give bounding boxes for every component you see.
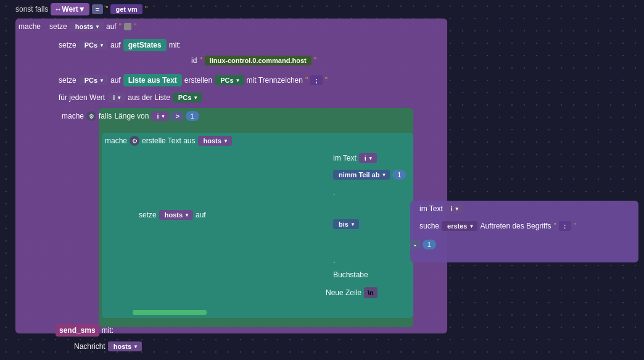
num-1c: 1 bbox=[423, 240, 436, 249]
dropdown-hosts3[interactable]: hosts bbox=[159, 210, 193, 220]
label-laenge-von: Länge von bbox=[114, 112, 149, 120]
row-dot2: . bbox=[333, 256, 335, 265]
label-suche: suche bbox=[419, 222, 439, 230]
row-sonst-falls: sonst falls ↔ Wert ▼ = " get vm " bbox=[15, 3, 147, 15]
row-send-sms: send_sms mit: bbox=[56, 324, 114, 337]
num-1a: 1 bbox=[186, 111, 199, 121]
label-auf4: auf bbox=[196, 211, 206, 219]
block-newline: \n bbox=[364, 287, 378, 298]
quote-close1: " bbox=[145, 5, 147, 14]
row-mache-setze: mache setze hosts auf " " bbox=[19, 22, 136, 31]
label-nachricht: Nachricht bbox=[74, 342, 105, 351]
label-buchstabe: Buchstabe bbox=[333, 270, 368, 279]
connector-bar bbox=[133, 310, 207, 315]
row-mache-falls: mache ⚙ falls Länge von i > 1 bbox=[62, 111, 199, 121]
label-mit-trennzeichen: mit Trennzeichen bbox=[247, 76, 303, 85]
label-dot2: . bbox=[333, 256, 335, 265]
string-semicolon: ; bbox=[310, 75, 323, 85]
num-1b: 1 bbox=[392, 170, 406, 180]
op-equals: = bbox=[92, 4, 103, 14]
label-mit1: mit: bbox=[169, 41, 181, 49]
row-nimm-teil: nimm Teil ab 1 bbox=[333, 170, 406, 180]
row-im-text1: im Text i bbox=[333, 153, 377, 163]
row-erstelle-text: mache ⚙ erstelle Text aus hosts bbox=[105, 136, 232, 146]
func-getstates[interactable]: getStates bbox=[123, 39, 167, 51]
label-mache1: mache bbox=[19, 22, 41, 31]
label-fuer-jeden: für jeden Wert bbox=[59, 93, 105, 102]
row-suche: suche erstes Auftreten des Begriffs " : … bbox=[419, 221, 576, 231]
row-dot1: . bbox=[333, 188, 335, 197]
label-auf3: auf bbox=[110, 76, 121, 85]
dropdown-pcs1[interactable]: PCs bbox=[79, 40, 108, 50]
row-im-text2: im Text i bbox=[419, 204, 463, 214]
func-send-sms[interactable]: send_sms bbox=[56, 324, 99, 337]
row-neue-zeile: Neue Zeile \n bbox=[326, 287, 378, 298]
dropdown-pcs3[interactable]: PCs bbox=[215, 75, 244, 85]
label-id: id bbox=[191, 56, 197, 65]
row-liste-aus-text: setze PCs auf Liste aus Text erstellen P… bbox=[59, 74, 328, 86]
dropdown-i3[interactable]: i bbox=[359, 153, 377, 163]
op-minus: - bbox=[410, 240, 420, 249]
label-mache2: mache bbox=[62, 112, 84, 120]
dropdown-hosts1[interactable]: hosts bbox=[70, 22, 104, 31]
block-pfeil-wert[interactable]: ↔ Wert ▼ bbox=[51, 3, 89, 15]
dropdown-hosts2[interactable]: hosts bbox=[198, 136, 232, 146]
dropdown-pcs4[interactable]: PCs bbox=[173, 93, 202, 103]
label-sonst-falls: sonst falls bbox=[15, 5, 48, 14]
label-auf1: auf bbox=[106, 22, 117, 31]
label-neue-zeile: Neue Zeile bbox=[326, 288, 361, 297]
row-nachricht: Nachricht hosts bbox=[74, 341, 142, 351]
icon-square bbox=[124, 23, 131, 30]
quote-open1: " bbox=[105, 5, 108, 14]
row-id: id " linux-control.0.command.host " bbox=[191, 56, 316, 65]
func-liste-aus-text[interactable]: Liste aus Text bbox=[123, 74, 182, 86]
row-getstates: setze PCs auf getStates mit: bbox=[59, 39, 181, 51]
label-erstelle-text-aus: erstelle Text aus bbox=[142, 136, 196, 145]
row-fuer-jeden: für jeden Wert i aus der Liste PCs bbox=[59, 93, 202, 103]
label-mache3: mache bbox=[105, 136, 127, 145]
label-dot1: . bbox=[333, 188, 335, 197]
string-colon: : bbox=[559, 221, 571, 231]
dropdown-i1[interactable]: i bbox=[107, 93, 125, 103]
row-minus-1: - 1 bbox=[410, 240, 436, 249]
dropdown-bis[interactable]: bis bbox=[333, 219, 359, 229]
string-get-vm: get vm bbox=[110, 4, 142, 14]
label-auftreten: Auftreten des Begriffs bbox=[480, 222, 551, 230]
label-falls: falls bbox=[99, 112, 112, 120]
dropdown-i2[interactable]: i bbox=[151, 111, 169, 121]
label-setze2: setze bbox=[59, 41, 76, 49]
row-buchstabe: Buchstabe bbox=[333, 270, 368, 279]
label-mit2: mit: bbox=[102, 326, 114, 335]
label-setze4: setze bbox=[139, 211, 157, 219]
dropdown-nimm-teil[interactable]: nimm Teil ab bbox=[333, 170, 390, 180]
label-im-text1: im Text bbox=[333, 154, 357, 162]
label-im-text2: im Text bbox=[419, 204, 443, 213]
string-linux-control: linux-control.0.command.host bbox=[205, 56, 312, 65]
label-aus-der-liste: aus der Liste bbox=[128, 93, 170, 102]
op-greater: > bbox=[171, 111, 183, 121]
gear-icon2[interactable]: ⚙ bbox=[130, 136, 139, 146]
row-setze-hosts: setze hosts auf bbox=[139, 210, 206, 220]
dropdown-i4[interactable]: i bbox=[445, 204, 463, 214]
label-auf2: auf bbox=[110, 41, 121, 49]
dropdown-erstes[interactable]: erstes bbox=[442, 221, 477, 231]
label-erstellen: erstellen bbox=[184, 76, 212, 85]
row-bis: bis bbox=[333, 219, 359, 229]
label-setze1: setze bbox=[49, 22, 67, 31]
label-setze3: setze bbox=[59, 76, 76, 85]
gear-icon1[interactable]: ⚙ bbox=[86, 111, 96, 121]
dropdown-pcs2[interactable]: PCs bbox=[79, 75, 108, 85]
dropdown-hosts4[interactable]: hosts bbox=[108, 341, 142, 351]
